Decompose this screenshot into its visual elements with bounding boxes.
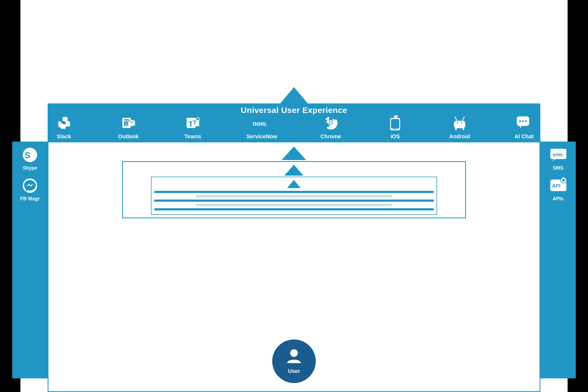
servicenow-icon: now.	[253, 114, 271, 132]
svg-point-27	[197, 118, 199, 120]
hbar-gray-2	[196, 204, 392, 206]
svg-point-54	[519, 120, 521, 122]
teams-icon: T T	[183, 114, 202, 132]
svg-rect-67	[563, 182, 564, 183]
side-icon-fbmsgr: FB Msgr	[20, 176, 40, 202]
svg-rect-14	[65, 124, 70, 127]
svg-point-55	[522, 120, 524, 122]
fbmsgr-icon	[21, 176, 39, 195]
right-panel: sms SMS API API	[540, 142, 576, 378]
svg-text:T: T	[193, 119, 197, 126]
svg-line-34	[333, 124, 336, 126]
svg-point-65	[562, 179, 565, 181]
left-panel: S Skype FB Msgr	[12, 142, 48, 378]
svg-text:O: O	[124, 121, 128, 128]
inner-arrows-2	[126, 165, 463, 215]
svg-text:S: S	[25, 151, 30, 160]
svg-rect-15	[60, 124, 63, 129]
user-circle: User	[272, 339, 316, 383]
slack-label: Slack	[57, 133, 71, 140]
layer-1-box	[122, 161, 466, 218]
ios-icon	[386, 114, 405, 132]
svg-rect-46	[462, 121, 463, 124]
icon-servicenow: now. ServiceNow	[246, 114, 277, 140]
ios-label: iOS	[390, 133, 400, 140]
icon-chrome: Chrome	[320, 114, 342, 140]
svg-rect-40	[391, 119, 399, 128]
outlook-label: Outlook	[118, 133, 139, 140]
layer-2-content	[154, 180, 434, 212]
user-icon	[286, 348, 302, 367]
nested-arrows-container	[122, 146, 466, 218]
banner-title: Universal User Experience	[241, 106, 347, 115]
sms-icon: sms	[549, 146, 567, 164]
svg-point-52	[464, 117, 465, 118]
icon-slack: Slack	[53, 114, 75, 140]
hbar-gray-1	[196, 195, 392, 197]
hbar-3	[154, 208, 434, 210]
svg-line-35	[325, 124, 329, 126]
icon-ios: iOS	[384, 114, 406, 140]
diagram-container: Universal User Experience	[48, 103, 540, 392]
svg-rect-68	[561, 179, 562, 181]
svg-rect-13	[65, 117, 68, 122]
arrow-top-3	[287, 180, 301, 188]
teams-label: Teams	[184, 133, 201, 140]
sms-label: SMS	[553, 165, 563, 171]
inner-content: User	[48, 142, 540, 392]
aichat-label: AI Chat	[514, 133, 534, 140]
svg-rect-41	[394, 129, 397, 129]
svg-text:API: API	[552, 183, 561, 189]
icon-outlook: O Outlook	[118, 114, 139, 140]
android-label: Android	[449, 133, 470, 140]
hbar-2	[154, 200, 434, 202]
hbar-1	[154, 191, 434, 193]
svg-point-70	[290, 349, 298, 357]
layer-2-box	[151, 177, 437, 215]
apis-icon: API	[549, 176, 567, 195]
aichat-icon	[515, 114, 533, 132]
top-arrow	[279, 87, 309, 105]
apis-label: APIs	[553, 196, 564, 202]
side-icon-apis: API APIs	[549, 176, 567, 202]
svg-point-56	[525, 120, 527, 122]
outlook-icon: O	[119, 114, 138, 132]
svg-rect-45	[456, 121, 457, 124]
svg-point-38	[330, 122, 332, 124]
main-banner: Universal User Experience	[48, 103, 540, 142]
svg-rect-66	[563, 177, 564, 179]
side-icon-skype: S Skype	[21, 146, 39, 171]
svg-text:now.: now.	[253, 120, 267, 127]
user-label: User	[288, 368, 300, 374]
arrow-top-2	[284, 165, 304, 176]
svg-text:sms: sms	[552, 151, 563, 157]
servicenow-label: ServiceNow	[246, 133, 277, 140]
nested-arrow-1	[282, 146, 306, 160]
slack-icon	[55, 114, 73, 132]
chrome-icon	[321, 114, 340, 132]
svg-point-51	[455, 117, 456, 118]
chrome-label: Chrome	[320, 133, 341, 140]
fbmsgr-label: FB Msgr	[20, 196, 40, 202]
arrow-top-1	[282, 146, 306, 160]
icon-teams: T T Teams	[182, 114, 204, 140]
android-icon	[450, 114, 469, 132]
skype-icon: S	[21, 146, 39, 164]
svg-line-49	[455, 117, 457, 121]
side-icon-sms: sms SMS	[549, 146, 567, 171]
icon-android: Android	[449, 114, 470, 140]
svg-rect-48	[463, 127, 464, 130]
svg-rect-69	[565, 179, 566, 181]
svg-rect-47	[455, 127, 457, 130]
skype-label: Skype	[23, 165, 37, 171]
icon-aichat: AI Chat	[513, 114, 535, 140]
svg-line-50	[462, 117, 464, 121]
